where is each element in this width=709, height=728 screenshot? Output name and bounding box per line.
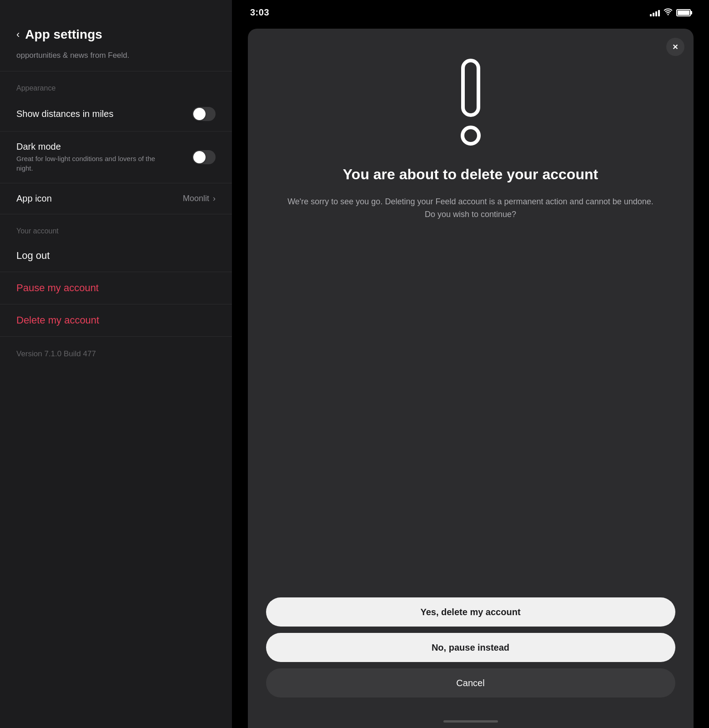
back-button[interactable]: ‹	[16, 29, 20, 40]
delete-account-label: Delete my account	[16, 314, 99, 326]
cancel-button[interactable]: Cancel	[266, 668, 675, 698]
confirm-delete-button[interactable]: Yes, delete my account	[266, 597, 675, 627]
pause-instead-button[interactable]: No, pause instead	[266, 633, 675, 662]
signal-bar-1	[650, 14, 652, 16]
dark-mode-sublabel: Great for low-light conditions and lover…	[16, 154, 162, 173]
app-icon-nav: Moonlit ›	[183, 194, 216, 203]
svg-rect-0	[463, 61, 478, 115]
status-bar: 3:03	[232, 0, 709, 25]
signal-icon	[650, 9, 660, 16]
logout-row[interactable]: Log out	[0, 240, 232, 272]
status-icons	[650, 8, 691, 17]
scroll-indicator	[443, 720, 498, 723]
signal-bar-3	[655, 11, 657, 16]
dark-mode-content: Dark mode Great for low-light conditions…	[16, 142, 162, 173]
version-text: Version 7.1.0 Build 477	[0, 337, 232, 371]
app-icon-label: App icon	[16, 193, 52, 204]
modal-body: We're sorry to see you go. Deleting your…	[248, 195, 694, 222]
exclamation-icon	[450, 56, 491, 147]
battery-fill	[678, 10, 689, 15]
modal-panel: 3:03 ✕	[232, 0, 709, 728]
show-distances-content: Show distances in miles	[16, 109, 113, 119]
app-icon-value: Moonlit	[183, 194, 209, 203]
signal-bar-4	[658, 10, 660, 16]
close-button[interactable]: ✕	[666, 38, 684, 56]
delete-account-modal: ✕ You are about to delete your account W…	[248, 29, 694, 728]
dark-mode-label: Dark mode	[16, 142, 162, 152]
svg-point-1	[463, 127, 479, 144]
modal-buttons: Yes, delete my account No, pause instead…	[248, 597, 694, 698]
settings-header: ‹ App settings	[0, 0, 232, 51]
wifi-icon	[664, 8, 673, 17]
chevron-right-icon: ›	[213, 194, 216, 203]
dark-mode-toggle[interactable]	[192, 150, 216, 164]
dark-mode-row[interactable]: Dark mode Great for low-light conditions…	[0, 131, 232, 183]
delete-account-row[interactable]: Delete my account	[0, 304, 232, 337]
appearance-section-label: Appearance	[0, 71, 232, 97]
settings-title: App settings	[25, 27, 102, 42]
show-distances-row[interactable]: Show distances in miles	[0, 97, 232, 131]
pause-account-row[interactable]: Pause my account	[0, 272, 232, 304]
settings-subtext: opportunities & news from Feeld.	[0, 51, 232, 71]
settings-panel: ‹ App settings opportunities & news from…	[0, 0, 232, 728]
warning-icon-area	[450, 56, 491, 147]
show-distances-toggle[interactable]	[192, 107, 216, 121]
modal-title: You are about to delete your account	[307, 165, 634, 184]
app-icon-row[interactable]: App icon Moonlit ›	[0, 183, 232, 214]
logout-label: Log out	[16, 250, 50, 262]
battery-icon	[676, 9, 691, 16]
status-time: 3:03	[250, 7, 269, 18]
pause-account-label: Pause my account	[16, 282, 99, 294]
show-distances-label: Show distances in miles	[16, 109, 113, 119]
signal-bar-2	[653, 13, 654, 16]
account-section-label: Your account	[0, 214, 232, 240]
